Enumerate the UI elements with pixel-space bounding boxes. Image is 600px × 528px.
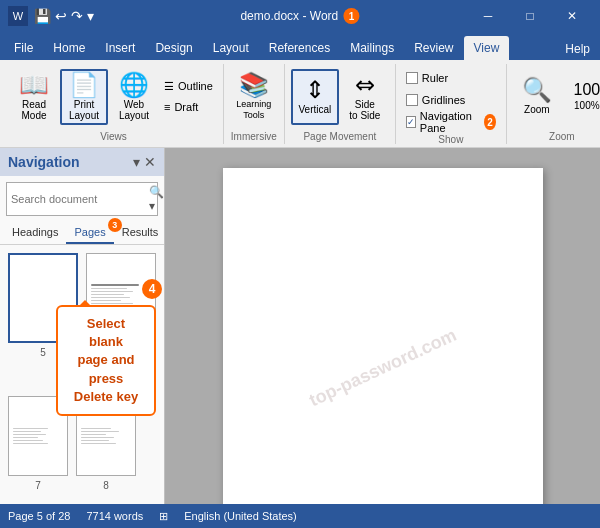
nav-pane-header: Navigation ▾ ✕ [0, 148, 164, 176]
page-7-content [9, 422, 67, 450]
tab-headings[interactable]: Headings [4, 222, 66, 244]
nav-pane-close-btn[interactable]: ✕ [144, 154, 156, 170]
minimize-button[interactable]: ─ [468, 0, 508, 32]
learning-tools-button[interactable]: 📚 LearningTools [230, 69, 278, 125]
search-button[interactable]: 🔍 ▾ [149, 185, 164, 213]
learning-tools-icon: 📚 [239, 73, 269, 97]
edit-mode-icon: ⊞ [159, 510, 168, 523]
read-mode-button[interactable]: 📖 ReadMode [10, 69, 58, 125]
redo-quick-btn[interactable]: ↷ [71, 8, 83, 24]
nav-tabs: Headings Pages 3 Results [0, 222, 164, 245]
ribbon-group-show: Ruler Gridlines Navigation Pane 2 Show [396, 64, 507, 144]
vertical-button[interactable]: ⇕ Vertical [291, 69, 339, 125]
save-quick-btn[interactable]: 💾 [34, 8, 51, 24]
vertical-icon: ⇕ [305, 78, 325, 102]
nav-pane-collapse-btn[interactable]: ▾ [133, 154, 140, 170]
outline-button[interactable]: ☰ Outline [160, 76, 217, 96]
views-label: Views [100, 129, 127, 144]
side-to-side-icon: ⇔ [355, 73, 375, 97]
web-layout-button[interactable]: 🌐 WebLayout [110, 69, 158, 125]
ribbon-tab-bar: File Home Insert Design Layout Reference… [0, 32, 600, 60]
page-8-num: 8 [103, 480, 109, 491]
nav-pane-title: Navigation [8, 154, 80, 170]
tab-help[interactable]: Help [555, 38, 600, 60]
print-layout-button[interactable]: 📄 PrintLayout [60, 69, 108, 125]
main-area: Navigation ▾ ✕ 🔍 ▾ Headings Pages 3 Resu… [0, 148, 600, 504]
zoom-button[interactable]: 🔍 Zoom [513, 69, 561, 125]
word-count: 7714 words [86, 510, 143, 522]
ribbon-group-immersive: 📚 LearningTools Immersive [224, 64, 285, 144]
zoom-pct-button[interactable]: 100 100% [563, 69, 600, 125]
gridlines-checkbox[interactable]: Gridlines [402, 90, 500, 110]
nav-pane-checkbox[interactable]: Navigation Pane 2 [402, 112, 500, 132]
language: English (United States) [184, 510, 297, 522]
tab-view[interactable]: View [464, 36, 510, 60]
document-area: top-password.com [165, 148, 600, 504]
tab-layout[interactable]: Layout [203, 36, 259, 60]
more-quick-btn[interactable]: ▾ [87, 8, 94, 24]
nav-pane-label: Navigation Pane [420, 110, 478, 134]
callout-badge: 4 [142, 279, 162, 299]
search-box: 🔍 ▾ [6, 182, 158, 216]
window-title: demo.docx - Word 1 [240, 8, 359, 24]
nav-pane-badge: 2 [484, 114, 496, 130]
page-7-num: 7 [35, 480, 41, 491]
thumb-row-1: 5 [8, 253, 156, 358]
immersive-label: Immersive [231, 129, 277, 144]
gridlines-label: Gridlines [422, 94, 465, 106]
web-layout-label: WebLayout [119, 99, 149, 121]
side-to-side-label: Sideto Side [349, 99, 380, 121]
zoom-buttons: 🔍 Zoom 100 100% [513, 64, 600, 129]
word-icon: W [8, 6, 28, 26]
document-page: top-password.com [223, 168, 543, 504]
status-bar: Page 5 of 28 7714 words ⊞ English (Unite… [0, 504, 600, 528]
zoom-pct-icon: 100 [573, 82, 600, 98]
page-movement-label: Page Movement [303, 129, 376, 144]
learning-tools-label: LearningTools [236, 99, 271, 121]
zoom-group-label: Zoom [549, 129, 575, 144]
ribbon-group-zoom: 🔍 Zoom 100 100% Zoom [507, 64, 600, 144]
read-mode-icon: 📖 [19, 73, 49, 97]
zoom-pct-label: 100% [574, 100, 600, 111]
page-info: Page 5 of 28 [8, 510, 70, 522]
tab-references[interactable]: References [259, 36, 340, 60]
ruler-checkbox[interactable]: Ruler [402, 68, 500, 88]
show-checkboxes: Ruler Gridlines Navigation Pane 2 [402, 64, 500, 132]
tab-home[interactable]: Home [43, 36, 95, 60]
tab-file[interactable]: File [4, 36, 43, 60]
zoom-icon: 🔍 [522, 78, 552, 102]
tab-mailings[interactable]: Mailings [340, 36, 404, 60]
restore-button[interactable]: □ [510, 0, 550, 32]
ribbon-group-views: 📖 ReadMode 📄 PrintLayout 🌐 WebLayout ☰ O… [4, 64, 224, 144]
print-layout-icon: 📄 [69, 73, 99, 97]
callout-container: 4 Select blankpage and pressDelete key [56, 305, 156, 416]
nav-pane-controls: ▾ ✕ [133, 154, 156, 170]
tab-pages[interactable]: Pages 3 [66, 222, 113, 244]
side-to-side-button[interactable]: ⇔ Sideto Side [341, 69, 389, 125]
tab-insert[interactable]: Insert [95, 36, 145, 60]
quick-access-toolbar: 💾 ↩ ↷ ▾ [34, 8, 94, 24]
search-input[interactable] [11, 193, 149, 205]
window-controls: ─ □ ✕ [468, 0, 592, 32]
show-label: Show [438, 132, 463, 147]
page-8-content [77, 422, 135, 450]
immersive-buttons: 📚 LearningTools [230, 64, 278, 129]
vertical-label: Vertical [298, 104, 331, 115]
views-buttons: 📖 ReadMode 📄 PrintLayout 🌐 WebLayout ☰ O… [10, 64, 217, 129]
ruler-checkbox-box [406, 72, 418, 84]
draft-button[interactable]: ≡ Draft [160, 97, 217, 117]
page-6-item: 6 4 Select blankpage and pressDelete key [86, 253, 156, 358]
web-layout-icon: 🌐 [119, 73, 149, 97]
zoom-label: Zoom [524, 104, 550, 115]
ribbon-group-page-movement: ⇕ Vertical ⇔ Sideto Side Page Movement [285, 64, 396, 144]
nav-pane-checkbox-box [406, 116, 416, 128]
ruler-label: Ruler [422, 72, 448, 84]
title-bar: W 💾 ↩ ↷ ▾ demo.docx - Word 1 ─ □ ✕ [0, 0, 600, 32]
outline-draft-col: ☰ Outline ≡ Draft [160, 76, 217, 117]
gridlines-checkbox-box [406, 94, 418, 106]
undo-quick-btn[interactable]: ↩ [55, 8, 67, 24]
close-button[interactable]: ✕ [552, 0, 592, 32]
tab-design[interactable]: Design [145, 36, 202, 60]
tab-review[interactable]: Review [404, 36, 463, 60]
page-movement-buttons: ⇕ Vertical ⇔ Sideto Side [291, 64, 389, 129]
